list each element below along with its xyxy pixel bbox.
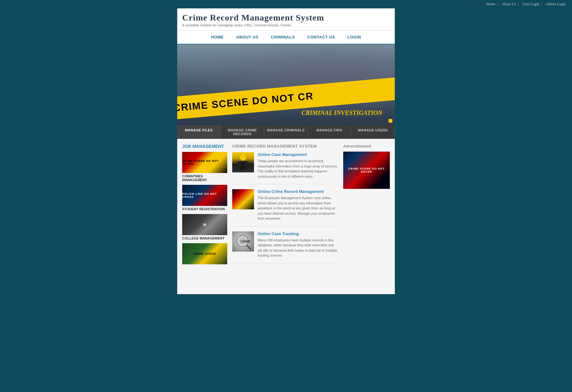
article-thumb-case [232,152,254,172]
center-panel: CRIME RECORD MANAGEMENT SYSTEM Online Ca… [232,144,338,289]
main-nav: HOME ABOUT US CRIMINALS CONTACT US LOGIN [177,30,395,44]
yellow-dot-indicator [389,119,392,123]
thumb-student-text: POLICE LINE DO NOT CROSS [182,192,227,198]
home-link[interactable]: Home [486,2,495,6]
article-title-tracking[interactable]: Online Case Tracking [258,231,338,236]
nav-home[interactable]: HOME [205,30,229,44]
article-case-management: Online Case Management Today people are … [232,152,338,184]
hero-banner: CRIME SCENE DO NOT CR CRIMINAL INVESTIGA… [177,44,395,125]
article-text-record: The Employee Management System runs onli… [258,195,338,221]
article-content-tracking: Online Case Tracking Many UW employees h… [258,231,338,258]
article-title-record[interactable]: Online Crime Record Management [258,189,338,194]
nav-login[interactable]: LOGIN [342,30,367,44]
article-crime-record: Online Crime Record Management The Emplo… [232,189,338,226]
top-bar: Home | About Us | User Login | Admin Log… [0,0,572,8]
site-header: Crime Record Management System A complet… [177,8,395,30]
admin-login-link[interactable]: Admin Login [546,2,566,6]
right-panel: Adversitement CRIME SCENE DO NOT ENTER [343,144,390,289]
thumb-companies-text: CRIME SCENE DO NOT CROSS [182,159,227,166]
article-text-case: Today people are accustomed to accessing… [258,158,338,179]
job-label-college[interactable]: COLLEGE MANAGEMENT [182,236,227,240]
user-login-link[interactable]: User Login [522,2,539,6]
article-thumb-tracking: CRIME [232,231,254,252]
thumb-extra-text: CRIME SCENE [193,252,216,255]
svg-point-0 [240,154,246,161]
advertisement-heading: Adversitement [343,144,390,148]
ad-text: CRIME SCENE DO NOT ENTER [346,167,387,173]
svg-rect-3 [246,161,249,167]
manage-tabs-bar: MANAGE FILES MANAGE CRIME RECORDS MANAGE… [177,125,395,139]
nav-criminals[interactable]: CRIMINALS [265,30,301,44]
nav-contact-us[interactable]: CONTACT US [302,30,340,44]
ad-banner: CRIME SCENE DO NOT ENTER [343,152,390,189]
left-panel: JOB MANAGEMENT CRIME SCENE DO NOT CROSS … [182,144,227,289]
job-label-student[interactable]: STUDENT REGISTRATION [182,207,227,211]
tab-manage-files[interactable]: MANAGE FILES [177,125,221,139]
center-heading: CRIME RECORD MANAGEMENT SYSTEM [232,144,338,148]
job-label-companies[interactable]: COMAPNIES MANAGEMENT [182,174,227,182]
tab-manage-firs[interactable]: MANAGE FIRS [308,125,351,139]
job-thumb-college: 🏢 [182,214,227,235]
content-area: JOB MANAGEMENT CRIME SCENE DO NOT CROSS … [177,139,395,294]
article-thumb-record [232,189,254,209]
article-case-tracking: CRIME Online Case Tracking Many UW emplo… [232,231,338,263]
article-content-case: Online Case Management Today people are … [258,152,338,179]
site-subtitle: A complete solution for managing cases, … [182,23,390,27]
hero-subtitle: CRIMINAL INVESTIGATION [302,109,382,116]
thumb-college-text: 🏢 [203,223,207,226]
article-text-tracking: Many UW employees have multiple records … [258,238,338,258]
job-thumb-companies: CRIME SCENE DO NOT CROSS [182,152,227,173]
job-thumb-extra: CRIME SCENE [182,243,227,264]
tab-manage-crime-records[interactable]: MANAGE CRIME RECORDS [221,125,264,139]
article-title-case[interactable]: Online Case Management [258,152,338,157]
main-wrapper: Crime Record Management System A complet… [177,8,395,294]
about-us-link[interactable]: About Us [502,2,516,6]
svg-text:CRIME: CRIME [241,240,251,243]
nav-about-us[interactable]: ABOUT US [231,30,264,44]
job-thumb-student: POLICE LINE DO NOT CROSS [182,185,227,206]
tab-manage-users[interactable]: MANAGE USERS [351,125,395,139]
site-title: Crime Record Management System [182,13,390,23]
tab-manage-criminals[interactable]: MANAGE CRIMINALS [264,125,308,139]
svg-line-7 [247,245,251,249]
job-management-heading: JOB MANAGEMENT [182,144,227,149]
svg-rect-2 [238,161,241,167]
article-content-record: Online Crime Record Management The Emplo… [258,189,338,221]
